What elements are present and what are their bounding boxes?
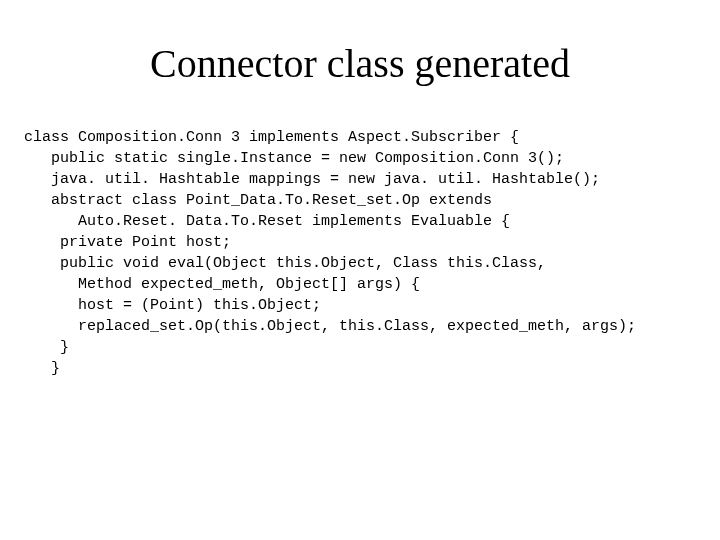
slide-title: Connector class generated [20, 40, 700, 87]
slide: Connector class generated class Composit… [0, 0, 720, 540]
code-block: class Composition.Conn 3 implements Aspe… [24, 127, 700, 379]
